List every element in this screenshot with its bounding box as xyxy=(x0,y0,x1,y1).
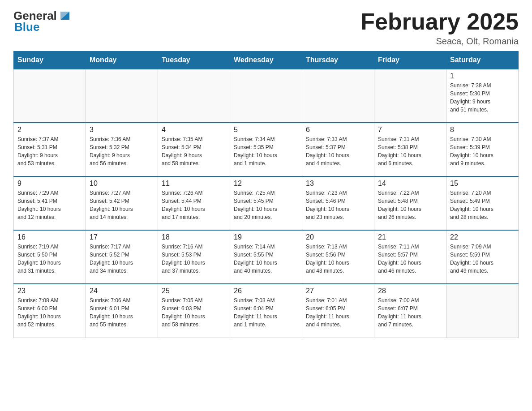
calendar-week-row: 23Sunrise: 7:08 AMSunset: 6:00 PMDayligh… xyxy=(14,284,519,338)
calendar-cell: 26Sunrise: 7:03 AMSunset: 6:04 PMDayligh… xyxy=(230,284,302,338)
day-number: 8 xyxy=(450,126,515,134)
day-info: Sunrise: 7:17 AMSunset: 5:52 PMDaylight:… xyxy=(90,243,154,275)
day-number: 9 xyxy=(17,180,82,188)
day-number: 23 xyxy=(17,287,82,295)
day-number: 3 xyxy=(90,126,154,134)
day-number: 2 xyxy=(17,126,82,134)
calendar-cell: 27Sunrise: 7:01 AMSunset: 6:05 PMDayligh… xyxy=(302,284,374,338)
calendar-cell: 15Sunrise: 7:20 AMSunset: 5:49 PMDayligh… xyxy=(446,176,519,230)
weekday-header-row: Sunday Monday Tuesday Wednesday Thursday… xyxy=(14,51,519,69)
calendar-header: Sunday Monday Tuesday Wednesday Thursday… xyxy=(14,51,519,69)
calendar-cell: 24Sunrise: 7:06 AMSunset: 6:01 PMDayligh… xyxy=(86,284,158,338)
day-info: Sunrise: 7:11 AMSunset: 5:57 PMDaylight:… xyxy=(378,243,442,275)
day-number: 22 xyxy=(450,233,515,241)
calendar-cell: 17Sunrise: 7:17 AMSunset: 5:52 PMDayligh… xyxy=(86,230,158,284)
calendar-cell: 22Sunrise: 7:09 AMSunset: 5:59 PMDayligh… xyxy=(446,230,519,284)
day-number: 21 xyxy=(378,233,442,241)
day-info: Sunrise: 7:33 AMSunset: 5:37 PMDaylight:… xyxy=(306,135,370,167)
day-number: 14 xyxy=(378,180,442,188)
day-number: 18 xyxy=(162,233,226,241)
calendar-cell: 3Sunrise: 7:36 AMSunset: 5:32 PMDaylight… xyxy=(86,123,158,176)
calendar-cell xyxy=(446,284,519,338)
calendar-table: Sunday Monday Tuesday Wednesday Thursday… xyxy=(13,51,519,338)
day-info: Sunrise: 7:01 AMSunset: 6:05 PMDaylight:… xyxy=(306,296,370,329)
header-thursday: Thursday xyxy=(302,51,374,69)
calendar-cell: 9Sunrise: 7:29 AMSunset: 5:41 PMDaylight… xyxy=(14,176,86,230)
day-number: 7 xyxy=(378,126,442,134)
calendar-cell: 25Sunrise: 7:05 AMSunset: 6:03 PMDayligh… xyxy=(158,284,230,338)
calendar-cell: 1Sunrise: 7:38 AMSunset: 5:30 PMDaylight… xyxy=(446,69,519,123)
calendar-cell xyxy=(374,69,446,123)
day-info: Sunrise: 7:16 AMSunset: 5:53 PMDaylight:… xyxy=(162,243,226,275)
day-info: Sunrise: 7:37 AMSunset: 5:31 PMDaylight:… xyxy=(17,135,82,167)
calendar-cell: 5Sunrise: 7:34 AMSunset: 5:35 PMDaylight… xyxy=(230,123,302,176)
header-sunday: Sunday xyxy=(14,51,86,69)
logo: General Blue xyxy=(13,9,72,34)
header-tuesday: Tuesday xyxy=(158,51,230,69)
logo-blue-text: Blue xyxy=(14,20,72,34)
day-number: 1 xyxy=(450,72,515,80)
calendar-week-row: 1Sunrise: 7:38 AMSunset: 5:30 PMDaylight… xyxy=(14,69,519,123)
calendar-cell xyxy=(86,69,158,123)
header-friday: Friday xyxy=(374,51,446,69)
calendar-cell: 10Sunrise: 7:27 AMSunset: 5:42 PMDayligh… xyxy=(86,176,158,230)
day-number: 5 xyxy=(234,126,298,134)
day-info: Sunrise: 7:06 AMSunset: 6:01 PMDaylight:… xyxy=(90,296,154,329)
day-number: 12 xyxy=(234,180,298,188)
calendar-cell: 28Sunrise: 7:00 AMSunset: 6:07 PMDayligh… xyxy=(374,284,446,338)
day-info: Sunrise: 7:00 AMSunset: 6:07 PMDaylight:… xyxy=(378,296,442,329)
month-title: February 2025 xyxy=(360,9,519,34)
day-info: Sunrise: 7:34 AMSunset: 5:35 PMDaylight:… xyxy=(234,135,298,167)
day-info: Sunrise: 7:03 AMSunset: 6:04 PMDaylight:… xyxy=(234,296,298,329)
calendar-cell: 19Sunrise: 7:14 AMSunset: 5:55 PMDayligh… xyxy=(230,230,302,284)
day-info: Sunrise: 7:14 AMSunset: 5:55 PMDaylight:… xyxy=(234,243,298,275)
day-info: Sunrise: 7:38 AMSunset: 5:30 PMDaylight:… xyxy=(450,81,515,114)
calendar-cell xyxy=(14,69,86,123)
calendar-cell: 13Sunrise: 7:23 AMSunset: 5:46 PMDayligh… xyxy=(302,176,374,230)
day-number: 20 xyxy=(306,233,370,241)
day-info: Sunrise: 7:20 AMSunset: 5:49 PMDaylight:… xyxy=(450,189,515,221)
day-number: 28 xyxy=(378,287,442,295)
title-area: February 2025 Seaca, Olt, Romania xyxy=(360,9,519,47)
calendar-cell: 18Sunrise: 7:16 AMSunset: 5:53 PMDayligh… xyxy=(158,230,230,284)
calendar-cell: 2Sunrise: 7:37 AMSunset: 5:31 PMDaylight… xyxy=(14,123,86,176)
calendar-cell: 12Sunrise: 7:25 AMSunset: 5:45 PMDayligh… xyxy=(230,176,302,230)
day-number: 26 xyxy=(234,287,298,295)
day-number: 10 xyxy=(90,180,154,188)
header-wednesday: Wednesday xyxy=(230,51,302,69)
day-info: Sunrise: 7:22 AMSunset: 5:48 PMDaylight:… xyxy=(378,189,442,221)
day-number: 19 xyxy=(234,233,298,241)
calendar-cell xyxy=(230,69,302,123)
calendar-week-row: 2Sunrise: 7:37 AMSunset: 5:31 PMDaylight… xyxy=(14,123,519,176)
header-saturday: Saturday xyxy=(446,51,519,69)
calendar-week-row: 9Sunrise: 7:29 AMSunset: 5:41 PMDaylight… xyxy=(14,176,519,230)
day-info: Sunrise: 7:27 AMSunset: 5:42 PMDaylight:… xyxy=(90,189,154,221)
day-info: Sunrise: 7:19 AMSunset: 5:50 PMDaylight:… xyxy=(17,243,82,275)
calendar-cell: 14Sunrise: 7:22 AMSunset: 5:48 PMDayligh… xyxy=(374,176,446,230)
calendar-cell xyxy=(158,69,230,123)
day-number: 16 xyxy=(17,233,82,241)
day-number: 13 xyxy=(306,180,370,188)
day-number: 27 xyxy=(306,287,370,295)
calendar-cell: 11Sunrise: 7:26 AMSunset: 5:44 PMDayligh… xyxy=(158,176,230,230)
calendar-body: 1Sunrise: 7:38 AMSunset: 5:30 PMDaylight… xyxy=(14,69,519,338)
day-info: Sunrise: 7:05 AMSunset: 6:03 PMDaylight:… xyxy=(162,296,226,329)
calendar-cell: 4Sunrise: 7:35 AMSunset: 5:34 PMDaylight… xyxy=(158,123,230,176)
header-monday: Monday xyxy=(86,51,158,69)
day-info: Sunrise: 7:30 AMSunset: 5:39 PMDaylight:… xyxy=(450,135,515,167)
day-info: Sunrise: 7:13 AMSunset: 5:56 PMDaylight:… xyxy=(306,243,370,275)
calendar-week-row: 16Sunrise: 7:19 AMSunset: 5:50 PMDayligh… xyxy=(14,230,519,284)
day-info: Sunrise: 7:35 AMSunset: 5:34 PMDaylight:… xyxy=(162,135,226,167)
day-info: Sunrise: 7:08 AMSunset: 6:00 PMDaylight:… xyxy=(17,296,82,329)
day-info: Sunrise: 7:23 AMSunset: 5:46 PMDaylight:… xyxy=(306,189,370,221)
day-number: 11 xyxy=(162,180,226,188)
day-info: Sunrise: 7:31 AMSunset: 5:38 PMDaylight:… xyxy=(378,135,442,167)
calendar-cell: 8Sunrise: 7:30 AMSunset: 5:39 PMDaylight… xyxy=(446,123,519,176)
calendar-cell: 7Sunrise: 7:31 AMSunset: 5:38 PMDaylight… xyxy=(374,123,446,176)
day-number: 15 xyxy=(450,180,515,188)
calendar-cell: 16Sunrise: 7:19 AMSunset: 5:50 PMDayligh… xyxy=(14,230,86,284)
calendar-cell: 23Sunrise: 7:08 AMSunset: 6:00 PMDayligh… xyxy=(14,284,86,338)
location: Seaca, Olt, Romania xyxy=(360,36,519,47)
calendar-cell: 6Sunrise: 7:33 AMSunset: 5:37 PMDaylight… xyxy=(302,123,374,176)
day-info: Sunrise: 7:36 AMSunset: 5:32 PMDaylight:… xyxy=(90,135,154,167)
